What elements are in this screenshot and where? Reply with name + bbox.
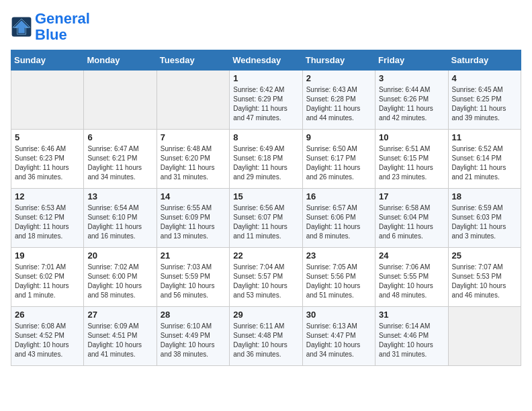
day-cell: [157, 71, 229, 130]
calendar-table: SundayMondayTuesdayWednesdayThursdayFrid…: [11, 50, 521, 366]
day-number: 23: [306, 250, 371, 261]
day-number: 25: [452, 250, 517, 261]
day-info: Sunrise: 6:55 AM Sunset: 6:09 PM Dayligh…: [161, 203, 226, 241]
day-number: 14: [161, 191, 226, 201]
day-cell: 27Sunrise: 6:09 AM Sunset: 4:51 PM Dayli…: [84, 307, 157, 366]
day-info: Sunrise: 6:50 AM Sunset: 6:17 PM Dayligh…: [306, 144, 371, 182]
week-row-4: 19Sunrise: 7:01 AM Sunset: 6:02 PM Dayli…: [11, 248, 521, 307]
day-cell: 17Sunrise: 6:58 AM Sunset: 6:04 PM Dayli…: [375, 189, 448, 248]
day-cell: 6Sunrise: 6:47 AM Sunset: 6:21 PM Daylig…: [84, 130, 157, 189]
day-number: 2: [306, 73, 371, 83]
day-info: Sunrise: 7:06 AM Sunset: 5:55 PM Dayligh…: [379, 263, 444, 300]
day-info: Sunrise: 6:09 AM Sunset: 4:51 PM Dayligh…: [87, 322, 152, 359]
day-info: Sunrise: 7:07 AM Sunset: 5:53 PM Dayligh…: [452, 263, 517, 300]
day-number: 24: [379, 250, 444, 261]
day-cell: 28Sunrise: 6:10 AM Sunset: 4:49 PM Dayli…: [157, 307, 229, 366]
day-cell: 5Sunrise: 6:46 AM Sunset: 6:23 PM Daylig…: [11, 130, 84, 189]
day-info: Sunrise: 6:54 AM Sunset: 6:10 PM Dayligh…: [87, 203, 152, 241]
weekday-thursday: Thursday: [302, 50, 375, 71]
day-number: 31: [379, 310, 444, 320]
day-cell: 25Sunrise: 7:07 AM Sunset: 5:53 PM Dayli…: [448, 248, 521, 307]
day-cell: 13Sunrise: 6:54 AM Sunset: 6:10 PM Dayli…: [84, 189, 157, 248]
day-info: Sunrise: 6:43 AM Sunset: 6:28 PM Dayligh…: [306, 85, 371, 123]
day-number: 19: [15, 250, 80, 261]
day-cell: 12Sunrise: 6:53 AM Sunset: 6:12 PM Dayli…: [11, 189, 84, 248]
day-cell: 23Sunrise: 7:05 AM Sunset: 5:56 PM Dayli…: [302, 248, 375, 307]
day-number: 9: [306, 132, 371, 142]
day-info: Sunrise: 6:11 AM Sunset: 4:48 PM Dayligh…: [233, 322, 298, 359]
day-number: 12: [15, 191, 80, 201]
day-info: Sunrise: 6:47 AM Sunset: 6:21 PM Dayligh…: [87, 144, 152, 182]
day-cell: 21Sunrise: 7:03 AM Sunset: 5:59 PM Dayli…: [157, 248, 229, 307]
weekday-tuesday: Tuesday: [157, 50, 229, 71]
day-number: 29: [233, 310, 298, 320]
day-info: Sunrise: 6:46 AM Sunset: 6:23 PM Dayligh…: [15, 144, 80, 182]
day-cell: 18Sunrise: 6:59 AM Sunset: 6:03 PM Dayli…: [448, 189, 521, 248]
day-info: Sunrise: 6:49 AM Sunset: 6:18 PM Dayligh…: [233, 144, 298, 182]
day-cell: 19Sunrise: 7:01 AM Sunset: 6:02 PM Dayli…: [11, 248, 84, 307]
day-info: Sunrise: 6:08 AM Sunset: 4:52 PM Dayligh…: [15, 322, 80, 359]
day-info: Sunrise: 6:57 AM Sunset: 6:06 PM Dayligh…: [306, 203, 371, 241]
day-cell: 2Sunrise: 6:43 AM Sunset: 6:28 PM Daylig…: [302, 71, 375, 130]
page-container: General Blue SundayMondayTuesdayWednesda…: [0, 0, 532, 371]
day-number: 26: [15, 310, 80, 320]
day-number: 27: [87, 310, 152, 320]
day-number: 3: [379, 73, 444, 83]
day-number: 8: [233, 132, 298, 142]
day-number: 10: [379, 132, 444, 142]
week-row-2: 5Sunrise: 6:46 AM Sunset: 6:23 PM Daylig…: [11, 130, 521, 189]
day-number: 1: [233, 73, 298, 83]
day-info: Sunrise: 7:01 AM Sunset: 6:02 PM Dayligh…: [15, 263, 80, 300]
day-cell: 10Sunrise: 6:51 AM Sunset: 6:15 PM Dayli…: [375, 130, 448, 189]
day-info: Sunrise: 6:53 AM Sunset: 6:12 PM Dayligh…: [15, 203, 80, 241]
day-cell: 7Sunrise: 6:48 AM Sunset: 6:20 PM Daylig…: [157, 130, 229, 189]
day-cell: 8Sunrise: 6:49 AM Sunset: 6:18 PM Daylig…: [230, 130, 302, 189]
day-number: 11: [452, 132, 517, 142]
day-info: Sunrise: 6:42 AM Sunset: 6:29 PM Dayligh…: [233, 85, 298, 123]
day-cell: 15Sunrise: 6:56 AM Sunset: 6:07 PM Dayli…: [230, 189, 302, 248]
day-info: Sunrise: 6:10 AM Sunset: 4:49 PM Dayligh…: [161, 322, 226, 359]
day-cell: 11Sunrise: 6:52 AM Sunset: 6:14 PM Dayli…: [448, 130, 521, 189]
day-info: Sunrise: 6:48 AM Sunset: 6:20 PM Dayligh…: [161, 144, 226, 182]
logo: General Blue: [11, 11, 90, 43]
day-info: Sunrise: 6:58 AM Sunset: 6:04 PM Dayligh…: [379, 203, 444, 241]
day-cell: 14Sunrise: 6:55 AM Sunset: 6:09 PM Dayli…: [157, 189, 229, 248]
day-info: Sunrise: 7:04 AM Sunset: 5:57 PM Dayligh…: [233, 263, 298, 300]
logo-blue: Blue: [35, 26, 67, 43]
day-number: 28: [161, 310, 226, 320]
week-row-5: 26Sunrise: 6:08 AM Sunset: 4:52 PM Dayli…: [11, 307, 521, 366]
day-cell: 1Sunrise: 6:42 AM Sunset: 6:29 PM Daylig…: [230, 71, 302, 130]
weekday-saturday: Saturday: [448, 50, 521, 71]
day-number: 30: [306, 310, 371, 320]
day-number: 22: [233, 250, 298, 261]
day-cell: 31Sunrise: 6:14 AM Sunset: 4:46 PM Dayli…: [375, 307, 448, 366]
day-info: Sunrise: 6:13 AM Sunset: 4:47 PM Dayligh…: [306, 322, 371, 359]
day-info: Sunrise: 6:59 AM Sunset: 6:03 PM Dayligh…: [452, 203, 517, 241]
day-number: 7: [161, 132, 226, 142]
day-cell: 4Sunrise: 6:45 AM Sunset: 6:25 PM Daylig…: [448, 71, 521, 130]
day-info: Sunrise: 6:56 AM Sunset: 6:07 PM Dayligh…: [233, 203, 298, 241]
day-number: 18: [452, 191, 517, 201]
day-number: 16: [306, 191, 371, 201]
day-cell: 16Sunrise: 6:57 AM Sunset: 6:06 PM Dayli…: [302, 189, 375, 248]
day-cell: 20Sunrise: 7:02 AM Sunset: 6:00 PM Dayli…: [84, 248, 157, 307]
day-number: 17: [379, 191, 444, 201]
day-cell: [448, 307, 521, 366]
day-info: Sunrise: 6:52 AM Sunset: 6:14 PM Dayligh…: [452, 144, 517, 182]
logo-icon: [11, 16, 32, 38]
day-info: Sunrise: 7:02 AM Sunset: 6:00 PM Dayligh…: [87, 263, 152, 300]
weekday-header-row: SundayMondayTuesdayWednesdayThursdayFrid…: [11, 50, 521, 71]
logo-text: General Blue: [35, 11, 90, 43]
day-cell: 26Sunrise: 6:08 AM Sunset: 4:52 PM Dayli…: [11, 307, 84, 366]
day-info: Sunrise: 6:51 AM Sunset: 6:15 PM Dayligh…: [379, 144, 444, 182]
day-number: 13: [87, 191, 152, 201]
day-info: Sunrise: 6:14 AM Sunset: 4:46 PM Dayligh…: [379, 322, 444, 359]
day-number: 5: [15, 132, 80, 142]
day-info: Sunrise: 7:03 AM Sunset: 5:59 PM Dayligh…: [161, 263, 226, 300]
day-cell: 30Sunrise: 6:13 AM Sunset: 4:47 PM Dayli…: [302, 307, 375, 366]
weekday-wednesday: Wednesday: [230, 50, 302, 71]
day-cell: 22Sunrise: 7:04 AM Sunset: 5:57 PM Dayli…: [230, 248, 302, 307]
day-cell: 3Sunrise: 6:44 AM Sunset: 6:26 PM Daylig…: [375, 71, 448, 130]
day-number: 4: [452, 73, 517, 83]
day-number: 15: [233, 191, 298, 201]
